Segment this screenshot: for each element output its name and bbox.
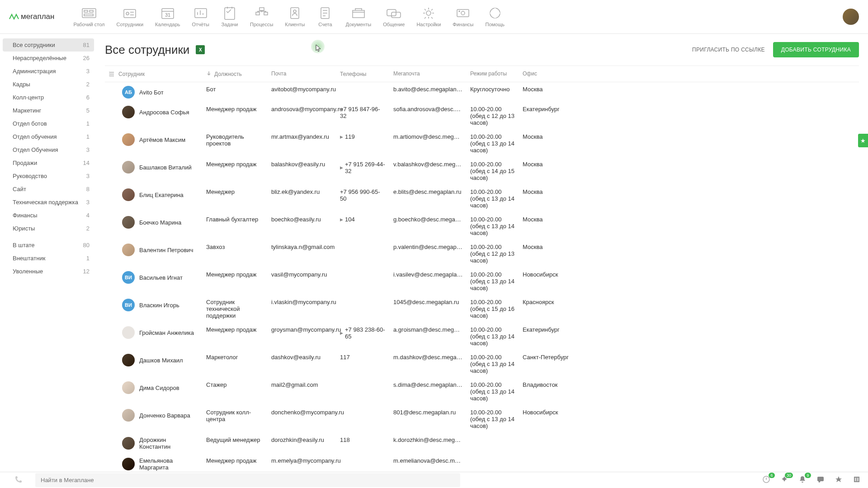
table-row[interactable]: Валентин ПетровичЗавхозtylinskaya.n@gmai…: [105, 240, 859, 267]
table-row[interactable]: Артёмов МаксимРуководитель проектовmr.ar…: [105, 130, 859, 157]
phone-value: +7 956 990-65-50: [340, 188, 386, 202]
table-row[interactable]: Емельянова МаргаритаМенеджер продажm.eme…: [105, 454, 859, 472]
sidebar-item[interactable]: Финансы4: [0, 209, 97, 222]
nav-item-11[interactable]: Финансы: [447, 4, 479, 30]
nav-item-7[interactable]: Счета: [311, 4, 339, 30]
header-schedule[interactable]: Режим работы: [467, 70, 519, 77]
phone-expand-icon[interactable]: ▶: [340, 217, 343, 222]
global-search-input[interactable]: [35, 473, 460, 487]
table-row[interactable]: ВИВласкин ИгорьСотрудник технической под…: [105, 295, 859, 323]
sidebar-item[interactable]: Маркетинг5: [0, 104, 97, 117]
table-row[interactable]: Дашков МихаилМаркетологdashkov@easily.ru…: [105, 350, 859, 378]
sidebar-item[interactable]: Продажи14: [0, 156, 97, 169]
sidebar-item[interactable]: Уволенные12: [0, 265, 97, 278]
export-excel-icon[interactable]: X: [196, 45, 205, 54]
sidebar-item[interactable]: Все сотрудники81: [3, 38, 94, 52]
nav-item-0[interactable]: Рабочий стол: [68, 4, 110, 30]
employee-position: Менеджер продаж: [203, 271, 268, 278]
sidebar-item[interactable]: Руководство3: [0, 169, 97, 183]
nav-icon: [316, 6, 334, 20]
favorites-icon[interactable]: [835, 475, 843, 485]
employee-position: Менеджер продаж: [203, 326, 268, 333]
table-row[interactable]: Андросова СофьяМенеджер продажandrosova@…: [105, 102, 859, 130]
nav-item-10[interactable]: Настройки: [411, 4, 446, 30]
sidebar-item[interactable]: Нераспределённые26: [0, 52, 97, 65]
nav-icon: [80, 6, 98, 20]
header-office[interactable]: Офис: [519, 70, 573, 77]
activity-icon[interactable]: 30: [780, 475, 788, 485]
sidebar-label: Уволенные: [13, 268, 43, 275]
table-row[interactable]: Донченко ВарвараСотрудник колл-центраdon…: [105, 405, 859, 433]
column-config-icon[interactable]: [105, 70, 118, 77]
feedback-star-tab[interactable]: ★: [858, 134, 868, 147]
add-employee-button[interactable]: ДОБАВИТЬ СОТРУДНИКА: [773, 42, 859, 57]
header-position[interactable]: Должность: [203, 70, 268, 77]
employee-megamail: g.boechko@desc.megaplan.ru: [390, 216, 467, 223]
employee-schedule: 10.00-20.00 (обед с 13 до 14 часов): [467, 354, 519, 374]
nav-item-6[interactable]: Клиенты: [279, 4, 310, 30]
handbook-icon[interactable]: [853, 475, 861, 485]
sidebar-count: 80: [83, 242, 90, 249]
phone-expand-icon[interactable]: ▶: [340, 165, 343, 170]
table-row[interactable]: АБAvito БотБотavitobot@mycompany.rub.avi…: [105, 82, 859, 102]
sidebar-item[interactable]: Колл-центр6: [0, 91, 97, 104]
sidebar-item[interactable]: Техническая поддержка3: [0, 196, 97, 209]
sidebar-item[interactable]: Внештатник1: [0, 252, 97, 265]
phone-icon[interactable]: [7, 475, 30, 485]
sidebar-item[interactable]: В штате80: [0, 239, 97, 252]
messages-icon[interactable]: [816, 475, 825, 485]
sidebar-count: 4: [86, 212, 90, 219]
current-user-avatar[interactable]: [843, 9, 859, 25]
table-row[interactable]: Дима СидоровСтажерmail2@gmail.coms.dima@…: [105, 378, 859, 405]
nav-label: Клиенты: [285, 22, 305, 27]
alerts-badge: 6: [769, 473, 775, 478]
sidebar-item[interactable]: Отдел ботов1: [0, 117, 97, 130]
nav-item-5[interactable]: Процессы: [245, 4, 278, 30]
sidebar-count: 12: [83, 268, 90, 275]
nav-icon: [454, 6, 472, 20]
nav-item-3[interactable]: Отчёты: [187, 4, 215, 30]
table-row[interactable]: Гройсман АнжеликаМенеджер продажgroysman…: [105, 323, 859, 350]
header-name[interactable]: Сотрудник: [118, 70, 203, 77]
invite-by-link-button[interactable]: ПРИГЛАСИТЬ ПО ССЫЛКЕ: [684, 47, 773, 53]
header-megamail[interactable]: Мегапочта: [390, 70, 467, 77]
sidebar-item[interactable]: Отдел обучения1: [0, 130, 97, 143]
nav-item-8[interactable]: Документы: [340, 4, 377, 30]
employee-office: Москва: [519, 244, 573, 250]
phone-expand-icon[interactable]: ▶: [340, 331, 343, 335]
header-email[interactable]: Почта: [268, 70, 336, 77]
table-row[interactable]: Дорожкин КонстантинВедущий менеджерdoroz…: [105, 433, 859, 454]
sidebar-item[interactable]: Отдел Обучения3: [0, 143, 97, 156]
table-row[interactable]: Башлаков ВиталийМенеджер продажbalashkov…: [105, 157, 859, 185]
sidebar-item[interactable]: Сайт8: [0, 183, 97, 196]
sidebar-item[interactable]: Администрация3: [0, 65, 97, 78]
sidebar-label: Внештатник: [13, 255, 45, 262]
nav-item-9[interactable]: Общение: [377, 4, 410, 30]
table-row[interactable]: ВИВасильев ИгнатМенеджер продажvasil@myc…: [105, 267, 859, 295]
notifications-icon[interactable]: 9: [798, 475, 807, 485]
nav-label: Задачи: [222, 22, 238, 27]
search-bar: [35, 473, 460, 487]
nav-item-1[interactable]: Сотрудники: [111, 4, 149, 30]
notifications-badge: 9: [805, 473, 811, 478]
nav-label: Календарь: [155, 22, 180, 27]
header-phone[interactable]: Телефоны: [336, 70, 390, 77]
phone-expand-icon[interactable]: ▶: [340, 135, 343, 139]
employee-email: groysman@mycompany.ru: [268, 326, 336, 333]
alerts-icon[interactable]: 6: [762, 475, 770, 485]
employee-position: Менеджер продаж: [203, 161, 268, 168]
table-row[interactable]: Боечко МаринаГлавный бухгалтерboechko@ea…: [105, 212, 859, 240]
nav-item-4[interactable]: Задачи: [216, 4, 244, 30]
nav-item-12[interactable]: Помощь: [480, 4, 510, 30]
app-logo[interactable]: мегаплан: [9, 12, 54, 21]
page-title: Все сотрудники: [105, 43, 189, 57]
nav-icon: [221, 6, 238, 20]
employee-megamail: a.groisman@desc.megaplan.ru: [390, 326, 467, 333]
employee-megamail: e.blits@desc.megaplan.ru: [390, 188, 467, 195]
employee-schedule: 10.00-20.00 (обед с 13 до 14 часов): [467, 133, 519, 154]
sidebar-item[interactable]: Юристы2: [0, 222, 97, 235]
table-row[interactable]: Блиц ЕкатеринаМенеджерbliz.ek@yandex.ru+…: [105, 185, 859, 212]
nav-item-2[interactable]: 31Календарь: [150, 4, 186, 30]
sidebar-item[interactable]: Кадры2: [0, 78, 97, 91]
svg-text:31: 31: [165, 12, 170, 18]
